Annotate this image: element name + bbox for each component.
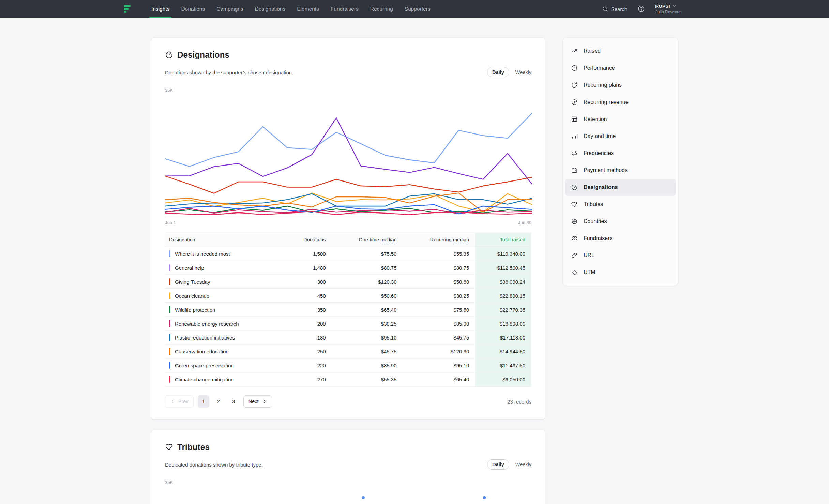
sidebar-item-recurring-plans[interactable]: Recurring plans (565, 77, 676, 94)
total-raised-value: $119,340.00 (475, 247, 531, 261)
bar-chart-icon (571, 133, 578, 140)
series-color-bar (169, 376, 170, 383)
tooltip-term[interactable]: median (453, 237, 469, 243)
tributes-chart[interactable] (165, 488, 532, 504)
recurring-revenue-icon: $ (571, 99, 578, 106)
x-tick-start: Jun 1 (165, 220, 176, 225)
designation-name: Climate change mitigation (175, 377, 234, 382)
line-series-ocean-cleanup[interactable] (165, 193, 532, 212)
column-header-donations[interactable]: Donations (284, 233, 332, 247)
brand-logo-icon[interactable] (123, 4, 132, 14)
nav-item-designations[interactable]: Designations (255, 0, 286, 18)
nav-item-elements[interactable]: Elements (297, 0, 319, 18)
designations-table-body: Where it is needed most1,500$75.50$55.35… (165, 247, 531, 387)
nav-item-supporters[interactable]: Supporters (405, 0, 431, 18)
recurring-median-value: $75.50 (403, 303, 476, 317)
column-header-designation[interactable]: Designation (165, 233, 284, 247)
designation-name: Giving Tuesday (175, 279, 210, 285)
repeat-icon (571, 150, 578, 157)
help-icon[interactable] (637, 5, 645, 13)
donations-value: 250 (284, 345, 332, 359)
page-number-2[interactable]: 2 (213, 395, 224, 408)
card-title: Designations (177, 50, 229, 60)
sidebar-item-designations[interactable]: Designations (565, 179, 676, 196)
y-axis-top-label: $5K (165, 88, 531, 93)
sidebar-item-performance[interactable]: Performance (565, 60, 676, 77)
line-series-giving-tuesday[interactable] (165, 176, 532, 193)
sidebar-item-frequencies[interactable]: Frequencies (565, 145, 676, 162)
designation-name: Ocean cleanup (175, 293, 209, 299)
table-row: Wildlife protection350$65.40$75.50$22,77… (165, 303, 531, 317)
column-header-total-raised[interactable]: Total raised (475, 233, 531, 247)
toggle-option-daily[interactable]: Daily (487, 459, 509, 470)
sidebar-item-retention[interactable]: Retention (565, 111, 676, 128)
column-header-recurring-median[interactable]: Recurring median (403, 233, 476, 247)
total-raised-value: $6,050.00 (475, 373, 531, 387)
line-series-where-it-is-needed-most[interactable] (165, 113, 532, 167)
series-color-bar (169, 306, 170, 313)
toggle-option-weekly[interactable]: Weekly (515, 67, 531, 77)
prev-page-button[interactable]: Prev (165, 395, 194, 408)
donations-value: 220 (284, 359, 332, 373)
total-raised-value: $11,437.50 (475, 359, 531, 373)
daily-weekly-toggle: DailyWeekly (487, 459, 531, 470)
sidebar-item-label: UTM (584, 269, 596, 275)
sidebar-item-day-and-time[interactable]: Day and time (565, 128, 676, 145)
toggle-option-weekly[interactable]: Weekly (515, 460, 531, 469)
chart-data-point[interactable] (362, 496, 365, 499)
page-number-1[interactable]: 1 (198, 395, 209, 408)
sidebar-item-label: Retention (584, 116, 607, 122)
series-color-bar (169, 278, 170, 285)
column-header-one-time-median[interactable]: One-time median (332, 233, 403, 247)
search-label: Search (611, 6, 628, 12)
search-button[interactable]: Search (602, 6, 628, 12)
next-page-button[interactable]: Next (243, 395, 272, 408)
chevron-left-icon (170, 399, 176, 404)
donations-value: 450 (284, 289, 332, 303)
users-icon (571, 235, 578, 242)
table-row: Renewable energy research200$30.25$85.90… (165, 317, 531, 331)
designation-name: General help (175, 265, 204, 271)
recurring-median-value: $30.25 (403, 289, 476, 303)
sidebar-item-fundraisers[interactable]: Fundraisers (565, 230, 676, 247)
account-menu[interactable]: ROPSI Julia Bowman (655, 3, 682, 14)
toggle-option-daily[interactable]: Daily (487, 67, 509, 77)
sidebar-item-url[interactable]: URL (565, 247, 676, 264)
chart-data-point[interactable] (483, 496, 486, 499)
donations-value: 350 (284, 303, 332, 317)
table-row: Giving Tuesday300$120.30$50.60$36,090.24 (165, 275, 531, 289)
sidebar-item-countries[interactable]: Countries (565, 213, 676, 230)
line-series-plastic-reduction-initiatives[interactable] (165, 194, 532, 206)
nav-item-campaigns[interactable]: Campaigns (216, 0, 243, 18)
series-color-bar (169, 348, 170, 355)
sidebar-item-recurring-revenue[interactable]: $Recurring revenue (565, 94, 676, 111)
donations-value: 180 (284, 331, 332, 345)
table-row: Conservation education250$45.75$120.30$1… (165, 345, 531, 359)
donations-value: 1,500 (284, 247, 332, 261)
designations-chart[interactable] (165, 96, 532, 217)
sidebar-item-utm[interactable]: UTM (565, 264, 676, 281)
sidebar-item-tributes[interactable]: Tributes (565, 196, 676, 213)
page-numbers: 123 (198, 395, 239, 408)
heart-icon (571, 201, 578, 208)
sidebar-item-payment-methods[interactable]: Payment methods (565, 162, 676, 179)
page-number-3[interactable]: 3 (228, 395, 239, 408)
nav-item-insights[interactable]: Insights (151, 0, 169, 18)
sidebar-item-raised[interactable]: Raised (565, 43, 676, 60)
pagination: Prev 123 Next 23 records (165, 395, 531, 408)
tooltip-term[interactable]: median (380, 237, 397, 243)
y-axis-top-label: $5K (165, 480, 531, 485)
designations-card: Designations Donations shown by the supp… (151, 37, 545, 420)
sidebar-item-label: Day and time (584, 133, 616, 139)
x-axis-labels: Jun 1 Jun 30 (165, 220, 531, 225)
nav-item-donations[interactable]: Donations (181, 0, 205, 18)
one-time-median-value: $80.75 (332, 261, 403, 275)
sidebar-item-label: Recurring plans (584, 82, 622, 88)
nav-item-fundraisers[interactable]: Fundraisers (331, 0, 359, 18)
nav-item-recurring[interactable]: Recurring (370, 0, 393, 18)
designations-chart-block: $5K Jun 1 Jun 30 (165, 88, 531, 225)
chevron-down-icon (672, 3, 677, 9)
line-series-general-help[interactable] (165, 118, 532, 184)
table-row: General help1,480$80.75$80.75$112,500.45 (165, 261, 531, 275)
recurring-median-value: $95.10 (403, 359, 476, 373)
